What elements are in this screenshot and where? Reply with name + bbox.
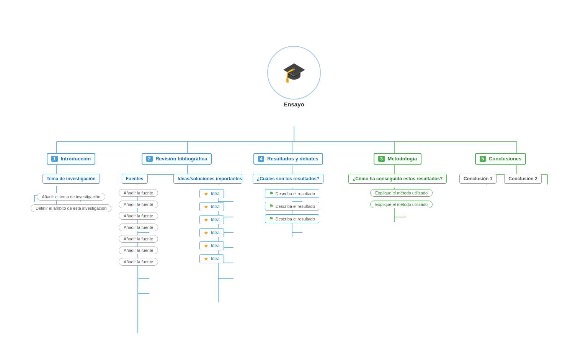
branch-num-2: 2 (146, 156, 153, 162)
child-conclusion2[interactable]: Conclusión 2 (504, 174, 541, 184)
child-ideas[interactable]: Ideas/soluciones importantes (173, 174, 242, 184)
root-label: Ensayo (284, 101, 304, 108)
branch-header-revision[interactable]: 2 Revisión bibliográfica (142, 153, 212, 165)
root-node[interactable]: 🎓 Ensayo (267, 46, 321, 108)
branch-resultados: 4 Resultados y debates ¿Cuáles son los r… (253, 153, 323, 223)
star-icon-4: ★ (204, 230, 209, 236)
idea-5[interactable]: ★Idea (199, 241, 224, 250)
branch-introduccion: 1 Introducción Tema de investigación Aña… (31, 153, 111, 212)
flag-icon-1: ⚑ (269, 191, 274, 196)
flag-icon-2: ⚑ (269, 203, 274, 209)
branch-header-introduccion[interactable]: 1 Introducción (47, 153, 95, 165)
graduation-icon: 🎓 (282, 61, 306, 83)
fuente-6[interactable]: Añadir la fuente (119, 246, 158, 254)
child-conclusion1[interactable]: Conclusión 1 (459, 174, 497, 184)
star-icon-1: ★ (204, 191, 209, 197)
method-2[interactable]: Explique el método utilizado (370, 201, 433, 208)
idea-6[interactable]: ★Idea (199, 254, 224, 263)
branch-num-5: 5 (480, 156, 486, 162)
branch-metodologia: 3 Metodología ¿Cómo ha conseguido estos … (348, 153, 447, 208)
leaf-tema-2[interactable]: Definir el ámbito de esta investigación (31, 204, 111, 212)
branch-num-4: 4 (258, 156, 265, 162)
root-circle[interactable]: 🎓 (267, 46, 321, 100)
result-1[interactable]: ⚑Describa el resultado (265, 189, 319, 198)
branch-num-1: 1 (51, 156, 58, 162)
idea-3[interactable]: ★Idea (199, 215, 224, 224)
branch-num-3: 3 (378, 156, 385, 162)
branch-conclusiones: 5 Conclusiones Conclusión 1 Conclusión 2 (459, 153, 542, 184)
leaf-tema-1[interactable]: Añadir el tema de investigación (37, 193, 105, 201)
child-como[interactable]: ¿Cómo ha conseguido estos resultados? (348, 174, 447, 184)
star-icon-6: ★ (204, 256, 209, 262)
fuente-5[interactable]: Añadir la fuente (119, 235, 158, 243)
star-icon-2: ★ (204, 204, 209, 210)
flag-icon-3: ⚑ (269, 216, 274, 222)
idea-2[interactable]: ★Idea (199, 202, 224, 211)
idea-1[interactable]: ★Idea (199, 189, 224, 198)
child-fuentes[interactable]: Fuentes (122, 174, 148, 184)
fuente-3[interactable]: Añadir la fuente (119, 212, 158, 220)
child-cuales[interactable]: ¿Cuáles son los resultados? (253, 174, 323, 184)
fuente-1[interactable]: Añadir la fuente (119, 189, 158, 197)
fuente-2[interactable]: Añadir la fuente (119, 201, 158, 208)
branch-revision: 2 Revisión bibliográfica Fuentes Añadir … (111, 153, 242, 266)
method-1[interactable]: Explique el método utilizado (370, 189, 433, 197)
branch-header-conclusiones[interactable]: 5 Conclusiones (475, 153, 526, 165)
child-tema[interactable]: Tema de investigación (42, 174, 100, 184)
fuente-7[interactable]: Añadir la fuente (119, 258, 158, 266)
branch-header-resultados[interactable]: 4 Resultados y debates (253, 153, 323, 165)
branch-header-metodologia[interactable]: 3 Metodología (374, 153, 421, 165)
fuente-4[interactable]: Añadir la fuente (119, 224, 158, 231)
result-2[interactable]: ⚑Describa el resultado (265, 202, 319, 211)
star-icon-5: ★ (204, 243, 209, 249)
result-3[interactable]: ⚑Describa el resultado (265, 214, 319, 223)
star-icon-3: ★ (204, 217, 209, 223)
idea-4[interactable]: ★Idea (199, 228, 224, 237)
mind-map-canvas: 🎓 Ensayo 1 Introducción Tema de investig… (0, 0, 588, 364)
